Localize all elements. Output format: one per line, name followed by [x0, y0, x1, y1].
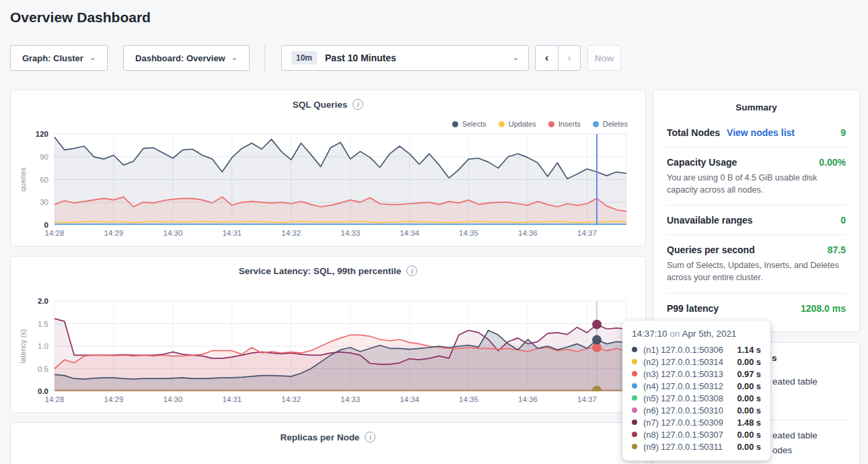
view-nodes-list-link[interactable]: View nodes list — [727, 127, 795, 138]
node-address: (n6) 127.0.0.1:50310 — [643, 405, 737, 416]
controls-divider — [264, 45, 265, 71]
summary-label: Total Nodes — [667, 127, 720, 138]
svg-text:14:29: 14:29 — [104, 229, 124, 237]
node-latency-value: 1.48 s — [737, 418, 761, 428]
node-address: (n8) 127.0.0.1:50307 — [643, 430, 737, 440]
tooltip-row: (n3) 127.0.0.1:503130.97 s — [632, 368, 761, 380]
svg-text:0.0: 0.0 — [38, 387, 48, 395]
chevron-down-icon: ⌄ — [513, 53, 519, 62]
svg-text:0.5: 0.5 — [38, 365, 48, 373]
node-latency-value: 0.00 s — [737, 357, 761, 367]
chart-hover-tooltip: 14:37:10 on Apr 5th, 2021 (n1) 127.0.0.1… — [622, 321, 770, 461]
info-icon[interactable]: i — [365, 432, 375, 442]
node-latency-value: 0.97 s — [737, 369, 761, 379]
tooltip-timestamp: 14:37:10 on Apr 5th, 2021 — [632, 329, 761, 339]
svg-text:0: 0 — [44, 221, 48, 229]
event-item-fragment: odes — [772, 445, 792, 455]
svg-text:14:29: 14:29 — [104, 395, 124, 403]
node-address: (n1) 127.0.0.1:50306 — [643, 345, 737, 355]
time-next-button[interactable]: › — [558, 46, 580, 70]
chart-title-replicas: Replicas per Node — [281, 432, 360, 442]
svg-text:14:36: 14:36 — [518, 395, 538, 403]
node-latency-value: 0.00 s — [737, 381, 761, 391]
node-color-dot — [632, 420, 637, 425]
node-color-dot — [632, 347, 637, 352]
summary-value: 0.00% — [819, 157, 846, 168]
now-button[interactable]: Now — [587, 45, 621, 71]
graph-dropdown[interactable]: Graph: Cluster ⌄ — [10, 45, 108, 71]
node-address: (n2) 127.0.0.1:50314 — [643, 357, 737, 367]
node-address: (n3) 127.0.0.1:50313 — [643, 369, 737, 379]
summary-row-p99: P99 latency 1208.0 ms — [667, 293, 846, 323]
node-color-dot — [632, 359, 637, 364]
sql-queries-chart-card: SQL Queries i SelectsUpdatesInsertsDelet… — [10, 90, 646, 246]
svg-text:14:37: 14:37 — [577, 395, 597, 403]
node-color-dot — [632, 383, 637, 389]
tooltip-row: (n4) 127.0.0.1:503120.00 s — [632, 380, 761, 392]
summary-panel: Summary Total Nodes View nodes list 9 Ca… — [653, 90, 860, 332]
node-latency-value: 0.00 s — [737, 405, 761, 416]
time-range-badge: 10m — [291, 51, 317, 65]
page-title: Overview Dashboard — [10, 9, 151, 26]
svg-text:1.5: 1.5 — [38, 320, 48, 328]
node-color-dot — [632, 432, 637, 437]
node-color-dot — [632, 371, 637, 376]
svg-text:14:28: 14:28 — [45, 229, 65, 237]
summary-row-capacity: Capacity Usage 0.00% You are using 0 B o… — [667, 147, 846, 205]
node-address: (n9) 127.0.0.1:50311 — [643, 442, 737, 452]
summary-title: Summary — [667, 102, 846, 118]
time-prev-button[interactable]: ‹ — [536, 46, 558, 70]
summary-row-unavailable-ranges: Unavailable ranges 0 — [667, 205, 846, 234]
service-latency-chart-card: Service Latency: SQL, 99th percentile i … — [10, 256, 646, 413]
svg-text:14:32: 14:32 — [281, 229, 301, 237]
summary-value: 1208.0 ms — [801, 303, 846, 314]
svg-text:2.0: 2.0 — [38, 297, 48, 305]
svg-text:14:33: 14:33 — [340, 229, 360, 237]
tooltip-row: (n1) 127.0.0.1:503061.14 s — [632, 343, 761, 356]
svg-text:14:35: 14:35 — [459, 395, 478, 403]
tooltip-row: (n2) 127.0.0.1:503140.00 s — [632, 356, 761, 368]
dashboard-dropdown[interactable]: Dashboard: Overview ⌄ — [123, 45, 250, 71]
svg-text:14:31: 14:31 — [222, 395, 242, 403]
node-address: (n7) 127.0.0.1:50309 — [643, 418, 737, 428]
svg-text:14:32: 14:32 — [281, 395, 301, 403]
tooltip-row: (n5) 127.0.0.1:503080.00 s — [632, 392, 761, 404]
summary-value: 87.5 — [828, 244, 846, 255]
svg-text:queries: queries — [19, 167, 27, 192]
svg-text:14:33: 14:33 — [340, 395, 360, 403]
svg-text:14:35: 14:35 — [459, 229, 478, 237]
replicas-chart-card: Replicas per Node i — [10, 422, 646, 464]
node-latency-value: 1.14 s — [737, 345, 761, 355]
summary-desc: Sum of Selects, Updates, Inserts, and De… — [667, 259, 846, 284]
summary-value: 0 — [840, 215, 846, 226]
event-item-fragment: eated table — [772, 376, 818, 387]
svg-text:14:28: 14:28 — [45, 395, 65, 403]
svg-text:14:30: 14:30 — [164, 395, 183, 403]
tooltip-row: (n8) 127.0.0.1:503070.00 s — [632, 428, 761, 440]
summary-label: Queries per second — [667, 244, 755, 255]
svg-text:14:37: 14:37 — [577, 229, 597, 237]
dashboard-dropdown-label: Dashboard: Overview — [135, 53, 225, 63]
svg-text:14:31: 14:31 — [222, 229, 242, 237]
svg-text:14:34: 14:34 — [400, 395, 419, 403]
svg-text:1.0: 1.0 — [38, 342, 48, 350]
node-address: (n4) 127.0.0.1:50312 — [643, 381, 737, 391]
svg-text:latency (s): latency (s) — [19, 329, 27, 364]
svg-text:30: 30 — [40, 198, 48, 206]
chevron-down-icon: ⌄ — [231, 53, 238, 62]
node-address: (n5) 127.0.0.1:50308 — [643, 393, 737, 403]
svg-text:60: 60 — [40, 176, 48, 184]
tooltip-row: (n6) 127.0.0.1:503100.00 s — [632, 404, 761, 416]
time-range-selector[interactable]: 10m Past 10 Minutes ⌄ — [281, 45, 529, 71]
tooltip-row: (n7) 127.0.0.1:503091.48 s — [632, 416, 761, 428]
summary-row-qps: Queries per second 87.5 Sum of Selects, … — [667, 234, 846, 292]
node-latency-value: 0.00 s — [737, 430, 761, 440]
graph-dropdown-label: Graph: Cluster — [22, 53, 83, 63]
svg-text:90: 90 — [40, 153, 48, 161]
summary-value: 9 — [840, 127, 846, 138]
service-latency-chart[interactable]: 0.00.51.01.52.014:2814:2914:3014:3114:32… — [11, 257, 647, 413]
summary-label: Capacity Usage — [667, 157, 737, 168]
summary-desc: You are using 0 B of 4.5 GiB usable disk… — [667, 172, 846, 196]
sql-queries-chart[interactable]: 030609012014:2814:2914:3014:3114:3214:33… — [11, 90, 647, 247]
summary-label: P99 latency — [667, 303, 719, 314]
